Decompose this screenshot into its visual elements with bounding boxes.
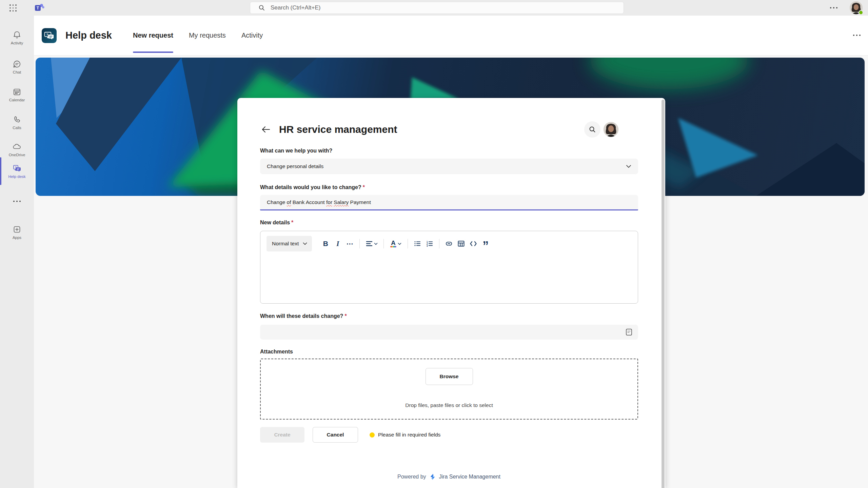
request-form-card: HR service management What can we help y… (237, 98, 665, 488)
jira-logo-icon (429, 473, 436, 481)
more-formatting-icon[interactable]: ⋯ (344, 237, 356, 250)
app-tabs: New request My requests Activity (133, 16, 263, 56)
presence-status-available (859, 10, 863, 15)
help-desk-header: ? Help desk New request My requests Acti… (34, 16, 868, 56)
scrollbar-thumb[interactable] (662, 100, 665, 488)
search-icon (589, 126, 596, 133)
validation-warning-dot (370, 432, 375, 438)
svg-text:3: 3 (427, 245, 428, 247)
teams-logo-icon: T (34, 3, 44, 13)
sidebar-item-label: Chat (13, 70, 21, 74)
date-question-label: When will these details change?* (260, 313, 347, 319)
bell-icon (13, 30, 21, 39)
sidebar-item-calls[interactable]: Calls (0, 111, 34, 134)
back-arrow-icon (261, 125, 271, 134)
required-asterisk: * (291, 220, 293, 225)
tab-activity[interactable]: Activity (241, 16, 263, 56)
form-header: HR service management (260, 121, 643, 138)
form-actions: Create Cancel Please fill in required fi… (260, 427, 440, 443)
help-desk-icon: ? (12, 164, 22, 173)
cancel-button[interactable]: Cancel (313, 427, 358, 443)
bullet-list-icon (414, 241, 421, 247)
attachments-dropzone[interactable]: Browse Drop files, paste files or click … (260, 359, 638, 420)
toolbar-divider (408, 239, 408, 248)
sidebar-item-calendar[interactable]: Calendar (0, 83, 34, 106)
date-input[interactable] (260, 325, 638, 340)
text-style-dropdown[interactable]: Normal text (267, 236, 312, 251)
app-launcher-icon[interactable] (9, 4, 17, 12)
details-text-input[interactable]: Change of Bank Account for Salary Paymen… (260, 195, 638, 210)
form-search-button[interactable] (584, 121, 600, 138)
calendar-icon (13, 87, 21, 96)
chat-icon (13, 60, 21, 68)
editor-toolbar: Normal text B I ⋯ A (267, 236, 492, 251)
search-bar[interactable] (250, 2, 624, 14)
sidebar-item-label: Apps (13, 236, 21, 240)
requester-avatar[interactable] (604, 122, 618, 137)
required-asterisk: * (344, 313, 347, 319)
dropzone-hint-text: Drop files, paste files or click to sele… (261, 402, 637, 408)
code-icon (470, 241, 477, 247)
form-title: HR service management (279, 124, 397, 135)
chevron-down-icon (303, 242, 307, 245)
details-question-label: What details would you like to change?* (260, 184, 365, 190)
powered-by-footer: Powered by Jira Service Management (237, 473, 660, 481)
help-topic-dropdown[interactable]: Change personal details (260, 159, 638, 174)
help-desk-app-icon: ? (42, 28, 57, 43)
more-options-icon[interactable] (830, 7, 837, 8)
sidebar-item-label: Activity (11, 41, 23, 45)
powered-by-text: Powered by (397, 474, 426, 480)
tab-my-requests[interactable]: My requests (189, 16, 226, 56)
table-button[interactable] (455, 237, 467, 250)
active-item-indicator (0, 157, 1, 185)
required-asterisk: * (363, 184, 365, 190)
cloud-icon (12, 142, 22, 151)
italic-button[interactable]: I (332, 237, 344, 250)
table-icon (458, 241, 465, 247)
calendar-picker-icon (625, 328, 633, 337)
browse-button[interactable]: Browse (426, 368, 473, 385)
back-button[interactable] (260, 124, 272, 135)
more-apps-icon[interactable] (0, 201, 34, 202)
dropdown-selected-value: Change personal details (267, 163, 323, 169)
sidebar-item-chat[interactable]: Chat (0, 56, 34, 78)
alignment-dropdown[interactable] (363, 237, 380, 250)
sidebar-item-onedrive[interactable]: OneDrive (0, 138, 34, 161)
code-button[interactable] (467, 237, 479, 250)
help-question-label: What can we help you with? (260, 148, 332, 154)
app-more-options-icon[interactable] (853, 35, 861, 36)
new-details-label: New details* (260, 220, 293, 226)
active-tab-underline (133, 52, 173, 53)
sidebar-item-label: Calendar (9, 98, 25, 102)
link-icon (445, 240, 453, 247)
svg-text:?: ? (46, 32, 48, 36)
create-button[interactable]: Create (260, 427, 304, 443)
quote-button[interactable]: ” (479, 237, 492, 250)
align-lines-icon (366, 241, 373, 247)
search-input[interactable] (271, 4, 576, 11)
svg-text:T: T (37, 6, 39, 11)
sidebar-item-help-desk[interactable]: ? Help desk (0, 160, 34, 182)
toolbar-divider (359, 239, 360, 248)
link-button[interactable] (443, 237, 455, 250)
app-title: Help desk (65, 30, 112, 41)
text-color-dropdown[interactable]: A (387, 237, 404, 250)
tab-new-request[interactable]: New request (133, 16, 173, 56)
sidebar-item-activity[interactable]: Activity (0, 26, 34, 49)
app-content-area: ? Help desk New request My requests Acti… (34, 16, 868, 488)
rich-text-editor[interactable]: Normal text B I ⋯ A (260, 231, 638, 304)
bullet-list-button[interactable] (411, 237, 423, 250)
teams-top-bar: T (0, 0, 868, 16)
chevron-down-icon (374, 243, 378, 245)
bold-button[interactable]: B (319, 237, 332, 250)
chevron-down-icon (398, 243, 401, 245)
app-rail-sidebar: Activity Chat Calendar Calls OneDrive ? (0, 16, 34, 488)
numbered-list-button[interactable]: 1 2 3 (423, 237, 436, 250)
toolbar-divider (439, 239, 439, 248)
text-color-icon: A (390, 240, 396, 247)
sidebar-item-apps[interactable]: Apps (0, 221, 34, 243)
toolbar-divider (383, 239, 384, 248)
search-icon (258, 4, 265, 11)
sidebar-item-label: OneDrive (9, 153, 25, 157)
input-value: Change of Bank Account for Salary Paymen… (267, 199, 371, 205)
